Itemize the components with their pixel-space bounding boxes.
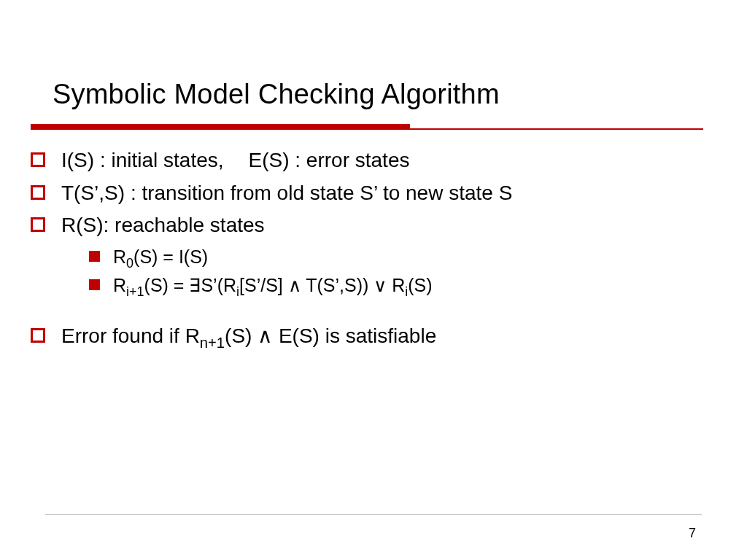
bullet-error-found: Error found if Rn+1(S) ∧ E(S) is satisfi… bbox=[31, 322, 703, 351]
text-segment: R bbox=[113, 246, 126, 267]
subscript: n+1 bbox=[200, 334, 225, 350]
square-filled-icon bbox=[89, 279, 100, 290]
square-open-icon bbox=[31, 328, 45, 343]
subbullet-text: R0(S) = I(S) bbox=[113, 244, 703, 271]
text-segment: [S’/S] ∧ T(S’,S)) ∨ R bbox=[239, 275, 405, 295]
subscript: 0 bbox=[126, 256, 133, 271]
title-underline bbox=[31, 124, 703, 130]
bullet-initial-error-states: I(S) : initial states,E(S) : error state… bbox=[31, 146, 703, 176]
text-segment: Error found if R bbox=[61, 324, 200, 347]
text-segment: (S) bbox=[408, 275, 432, 295]
text-segment: (S) = I(S) bbox=[133, 246, 208, 267]
text-segment: E(S) : error states bbox=[249, 149, 410, 171]
bullet-text: Error found if Rn+1(S) ∧ E(S) is satisfi… bbox=[61, 322, 703, 351]
bullet-text: R(S): reachable states bbox=[61, 211, 703, 241]
slide-title: Symbolic Model Checking Algorithm bbox=[53, 79, 500, 110]
underline-thin bbox=[31, 128, 703, 130]
text-segment: (S) = ∃S’(R bbox=[144, 275, 236, 295]
bullet-reachable: R(S): reachable states bbox=[31, 211, 703, 241]
bullet-text: T(S’,S) : transition from old state S’ t… bbox=[61, 179, 703, 209]
page-number: 7 bbox=[689, 526, 696, 541]
square-open-icon bbox=[31, 185, 45, 200]
subbullet-r0: R0(S) = I(S) bbox=[89, 244, 703, 271]
square-filled-icon bbox=[89, 251, 100, 262]
vertical-spacer bbox=[31, 301, 703, 322]
square-open-icon bbox=[31, 217, 45, 232]
text-segment: R bbox=[113, 275, 126, 295]
text-segment: (S) ∧ E(S) is satisfiable bbox=[225, 324, 436, 347]
footer-divider bbox=[45, 514, 702, 515]
subbullet-text: Ri+1(S) = ∃S’(Ri[S’/S] ∧ T(S’,S)) ∨ Ri(S… bbox=[113, 272, 703, 300]
content-area: I(S) : initial states,E(S) : error state… bbox=[31, 146, 703, 354]
subscript: i+1 bbox=[126, 284, 144, 299]
bullet-text: I(S) : initial states,E(S) : error state… bbox=[61, 146, 703, 176]
bullet-transition: T(S’,S) : transition from old state S’ t… bbox=[31, 179, 703, 209]
subbullet-ri1: Ri+1(S) = ∃S’(Ri[S’/S] ∧ T(S’,S)) ∨ Ri(S… bbox=[89, 272, 703, 300]
slide: Symbolic Model Checking Algorithm I(S) :… bbox=[0, 0, 747, 560]
text-segment: I(S) : initial states, bbox=[61, 149, 224, 171]
square-open-icon bbox=[31, 152, 45, 167]
